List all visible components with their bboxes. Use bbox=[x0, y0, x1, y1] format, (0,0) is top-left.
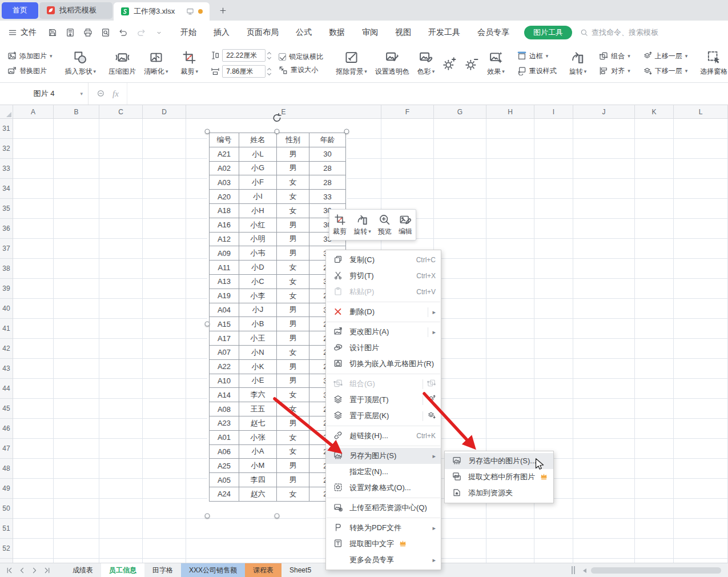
rotate-handle-icon[interactable] bbox=[272, 113, 283, 125]
sheet-tab[interactable]: 课程表 bbox=[245, 563, 281, 577]
menu-item[interactable]: 数据 bbox=[329, 27, 345, 38]
mini-preview-button[interactable]: 预览 bbox=[378, 214, 392, 237]
column-header[interactable]: G bbox=[434, 105, 486, 118]
menu-item[interactable]: 页面布局 bbox=[247, 27, 279, 38]
context-menu-item-embed-cell-picture[interactable]: 切换为嵌入单元格图片(R) bbox=[326, 356, 441, 372]
menu-item[interactable]: 开始 bbox=[180, 27, 196, 38]
context-menu-item-group[interactable]: 组合(G) bbox=[326, 376, 441, 392]
monitor-icon[interactable] bbox=[186, 7, 194, 15]
menu-item[interactable]: 会员专享 bbox=[477, 27, 509, 38]
submenu-item-save-selected-picture[interactable]: 另存选中的图片(S)... bbox=[445, 453, 553, 469]
context-menu-item-paste[interactable]: 粘贴(P)Ctrl+V bbox=[326, 284, 441, 300]
ribbon-reset-style-button[interactable]: 重设样式 bbox=[517, 66, 557, 76]
submenu-item-extract-all-pictures[interactable]: 提取文档中所有图片 bbox=[445, 469, 553, 485]
ribbon-bring-forward-button[interactable]: 上移一层▾ bbox=[643, 51, 688, 61]
column-header[interactable]: F bbox=[381, 105, 434, 118]
row-header[interactable]: 52 bbox=[0, 539, 13, 559]
print-button[interactable] bbox=[81, 26, 95, 39]
menu-item[interactable]: 视图 bbox=[395, 27, 411, 38]
last-sheet-icon[interactable] bbox=[43, 567, 51, 574]
undo-button[interactable] bbox=[116, 26, 130, 39]
ribbon-crop-button[interactable]: 裁剪▾ bbox=[181, 50, 199, 77]
context-menu-item-hyperlink[interactable]: 超链接(H)...Ctrl+K bbox=[326, 428, 441, 444]
sheet-tab[interactable]: 员工信息 bbox=[101, 563, 144, 577]
picture-tools-tab[interactable]: 图片工具 bbox=[524, 26, 572, 39]
ribbon-sharpen-button[interactable]: 清晰化▾ bbox=[144, 50, 168, 77]
ribbon-remove-background-button[interactable]: 抠除背景▾ bbox=[336, 50, 367, 77]
context-menu-item-assign-macro[interactable]: 指定宏(N)... bbox=[326, 464, 441, 480]
redo-button[interactable] bbox=[134, 26, 148, 39]
row-header[interactable]: 53 bbox=[0, 559, 13, 563]
row-header[interactable]: 38 bbox=[0, 259, 13, 279]
lock-aspect-checkbox[interactable]: 锁定纵横比 bbox=[279, 52, 323, 62]
column-header[interactable]: E bbox=[186, 105, 381, 118]
height-stepper[interactable] bbox=[268, 53, 271, 59]
menu-item[interactable]: 公式 bbox=[296, 27, 312, 38]
ribbon-align-button[interactable]: 对齐▾ bbox=[599, 66, 630, 76]
row-header[interactable]: 48 bbox=[0, 459, 13, 479]
column-header[interactable]: I bbox=[534, 105, 573, 118]
ribbon-color-button[interactable]: 色彩▾ bbox=[417, 50, 435, 77]
row-header[interactable]: 33 bbox=[0, 159, 13, 179]
ribbon-brightness-down-button[interactable] bbox=[465, 57, 479, 71]
selection-handle[interactable] bbox=[275, 514, 280, 519]
hscroll-left-icon[interactable] bbox=[583, 568, 586, 573]
save-button[interactable] bbox=[46, 26, 59, 39]
row-header[interactable]: 49 bbox=[0, 479, 13, 499]
width-stepper[interactable] bbox=[268, 69, 271, 75]
context-menu-item-copy[interactable]: 复制(C)Ctrl+C bbox=[326, 252, 441, 268]
formula-input[interactable] bbox=[127, 83, 728, 105]
file-menu[interactable]: 文件 bbox=[8, 27, 37, 38]
row-header[interactable]: 34 bbox=[0, 179, 13, 199]
sheet-tab[interactable]: 成绩表 bbox=[65, 563, 101, 577]
context-menu-item-design-picture[interactable]: 设计图片 bbox=[326, 340, 441, 356]
ribbon-send-backward-button[interactable]: 下移一层▾ bbox=[643, 66, 688, 76]
row-header[interactable]: 32 bbox=[0, 139, 13, 159]
context-menu-item-upload-docer[interactable]: 上传至稻壳资源中心(Q) bbox=[326, 500, 441, 516]
context-menu-item-bring-to-front[interactable]: 置于顶层(T) bbox=[326, 392, 441, 408]
selection-handle[interactable] bbox=[344, 129, 349, 134]
menu-item[interactable]: 开发工具 bbox=[428, 27, 460, 38]
context-menu-item-delete[interactable]: 删除(D)▸ bbox=[326, 304, 441, 320]
context-menu-item-cut[interactable]: 剪切(T)Ctrl+X bbox=[326, 268, 441, 284]
selection-handle[interactable] bbox=[205, 129, 210, 134]
ribbon-compress-picture-button[interactable]: 压缩图片 bbox=[108, 50, 136, 77]
ribbon-selection-pane-button[interactable]: 选择窗格 bbox=[700, 50, 727, 77]
command-search[interactable]: 查找命令、搜索模板 bbox=[580, 27, 658, 38]
ribbon-rotate-button[interactable]: 旋转▾ bbox=[569, 50, 587, 77]
context-menu-item-save-as-picture[interactable]: 另存为图片(S)▸ bbox=[326, 448, 441, 464]
menu-item[interactable]: 审阅 bbox=[362, 27, 378, 38]
prev-sheet-icon[interactable] bbox=[18, 567, 26, 574]
ribbon-effects-button[interactable]: 效果▾ bbox=[487, 50, 505, 77]
new-tab-button[interactable] bbox=[216, 4, 229, 17]
horizontal-scrollbar[interactable] bbox=[591, 567, 721, 574]
reset-size-button[interactable]: 重设大小 bbox=[279, 65, 323, 75]
name-box[interactable]: 图片 4 ▾ bbox=[0, 83, 89, 105]
ribbon-set-transparent-color-button[interactable]: 设置透明色 bbox=[375, 50, 409, 77]
row-header[interactable]: 46 bbox=[0, 419, 13, 439]
row-header[interactable]: 42 bbox=[0, 339, 13, 359]
zoom-out-icon[interactable] bbox=[96, 89, 106, 98]
menu-item[interactable]: 插入 bbox=[214, 27, 230, 38]
selection-handle[interactable] bbox=[205, 514, 210, 519]
row-header[interactable]: 45 bbox=[0, 399, 13, 419]
row-header[interactable]: 39 bbox=[0, 279, 13, 299]
ribbon-replace-picture-button[interactable]: 替换图片 bbox=[7, 66, 53, 76]
row-header[interactable]: 36 bbox=[0, 219, 13, 239]
context-menu-item-more-member[interactable]: 更多会员专享▸ bbox=[326, 552, 441, 568]
row-header[interactable]: 47 bbox=[0, 439, 13, 459]
row-header[interactable]: 37 bbox=[0, 239, 13, 259]
selection-handle[interactable] bbox=[205, 322, 210, 327]
picture-height-input[interactable]: 22.22厘米 bbox=[222, 49, 266, 62]
context-menu-item-send-to-back[interactable]: 置于底层(K) bbox=[326, 408, 441, 424]
submenu-item-add-to-resource-folder[interactable]: 添加到资源夹 bbox=[445, 485, 553, 501]
mini-crop-button[interactable]: 裁剪 bbox=[333, 214, 347, 237]
row-header[interactable]: 40 bbox=[0, 299, 13, 319]
column-header[interactable]: K bbox=[635, 105, 674, 118]
context-menu-item-extract-text[interactable]: 提取图中文字 bbox=[326, 536, 441, 552]
caret-down-button[interactable] bbox=[152, 26, 166, 39]
ribbon-border-button[interactable]: 边框▾ bbox=[517, 51, 557, 61]
mini-rotate-button[interactable]: 旋转▾ bbox=[353, 214, 371, 237]
sheet-tab[interactable]: Sheet5 bbox=[281, 563, 319, 577]
first-sheet-icon[interactable] bbox=[6, 567, 13, 574]
